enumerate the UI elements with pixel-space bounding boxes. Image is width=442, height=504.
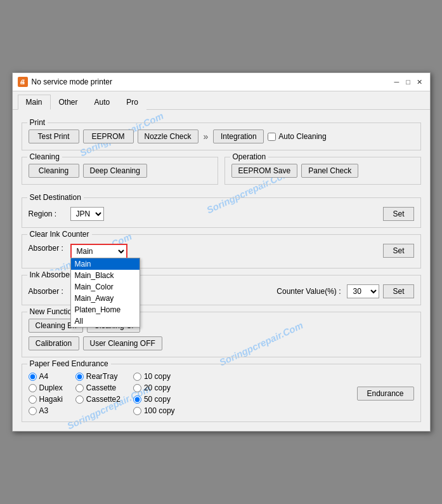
clear-ink-counter-label: Clear Ink Counter xyxy=(27,230,92,239)
eeprom-save-button[interactable]: EEPROM Save xyxy=(231,164,298,178)
region-label: Region : xyxy=(29,209,67,218)
ink-absorber-absorber-label: Absorber : xyxy=(29,287,67,296)
copy-20-radio[interactable] xyxy=(133,384,141,392)
dropdown-item-main-black[interactable]: Main_Black xyxy=(71,270,140,281)
copy-options-col: 10 copy 20 copy 50 copy 100 copy xyxy=(133,372,175,415)
paper-type-col: A4 Duplex Hagaki A3 xyxy=(29,372,63,415)
integration-button[interactable]: Integration xyxy=(213,129,264,143)
copy-20-label[interactable]: 20 copy xyxy=(133,383,175,392)
set-destination-button[interactable]: Set xyxy=(383,207,413,221)
absorber-dropdown-container: Main Main_Black Main_Color Main_Away Pla… xyxy=(70,244,127,259)
copy-50-label[interactable]: 50 copy xyxy=(133,395,175,404)
dropdown-item-main[interactable]: Main xyxy=(71,258,140,270)
feed-cassette2-radio[interactable] xyxy=(75,395,84,404)
tab-auto[interactable]: Auto xyxy=(86,95,119,110)
paper-a3-radio[interactable] xyxy=(29,407,37,415)
set-destination-label: Set Destination xyxy=(27,193,84,202)
paper-feed-label: Paper Feed Endurance xyxy=(27,359,111,368)
copy-50-radio[interactable] xyxy=(133,395,141,404)
feed-type-col: RearTray Cassette Cassette2 xyxy=(75,372,120,404)
paper-duplex-radio[interactable] xyxy=(29,384,37,392)
set-destination-group: Set Destination Region : JPN Set xyxy=(22,197,421,228)
feed-cassette-radio[interactable] xyxy=(75,384,84,392)
auto-cleaning-text: Auto Cleaning xyxy=(278,132,326,141)
print-group: Print Test Print EEPROM Nozzle Check » I… xyxy=(22,123,421,150)
arrows-divider: » xyxy=(202,131,210,142)
paper-a4-radio[interactable] xyxy=(29,373,37,381)
operation-group: Operation EEPROM Save Panel Check xyxy=(224,157,421,185)
cleaning-group: Cleaning Cleaning Deep Cleaning xyxy=(22,157,218,185)
endurance-button[interactable]: Endurance xyxy=(357,387,414,401)
counter-value-select[interactable]: 30 50 80 100 xyxy=(347,284,379,298)
feed-cassette2-label[interactable]: Cassette2 xyxy=(75,395,120,404)
absorber-label: Absorber : xyxy=(29,244,67,253)
dropdown-item-platen-home[interactable]: Platen_Home xyxy=(71,304,140,315)
region-select[interactable]: JPN xyxy=(70,207,104,221)
tab-pro[interactable]: Pro xyxy=(118,95,146,110)
eeprom-button[interactable]: EEPROM xyxy=(83,129,134,143)
calibration-button[interactable]: Calibration xyxy=(29,336,79,350)
dropdown-item-all[interactable]: All xyxy=(71,315,140,327)
feed-cassette-label[interactable]: Cassette xyxy=(75,383,120,392)
counter-value-label: Counter Value(%) : xyxy=(276,287,341,296)
paper-hagaki-label[interactable]: Hagaki xyxy=(29,395,63,404)
maximize-button[interactable]: □ xyxy=(403,77,413,87)
main-window: 🖨 No service mode printer ─ □ ✕ Main Oth… xyxy=(12,72,431,432)
panel-check-button[interactable]: Panel Check xyxy=(301,164,358,178)
tab-bar: Main Other Auto Pro xyxy=(13,91,430,110)
app-icon: 🖨 xyxy=(18,77,28,87)
minimize-button[interactable]: ─ xyxy=(392,77,402,87)
auto-cleaning-label[interactable]: Auto Cleaning xyxy=(268,132,326,141)
paper-a3-label[interactable]: A3 xyxy=(29,406,63,415)
copy-10-label[interactable]: 10 copy xyxy=(133,372,175,381)
paper-a4-label[interactable]: A4 xyxy=(29,372,63,381)
ink-absorber-set-button[interactable]: Set xyxy=(383,284,413,298)
copy-10-radio[interactable] xyxy=(133,373,141,381)
dropdown-item-main-away[interactable]: Main_Away xyxy=(71,293,140,304)
main-content: Soringpcrepair.Com Soringpcrepair.Com So… xyxy=(13,110,430,431)
test-print-button[interactable]: Test Print xyxy=(29,129,79,143)
user-cleaning-off-button[interactable]: User Cleaning OFF xyxy=(83,336,162,350)
tab-main[interactable]: Main xyxy=(18,95,51,110)
copy-100-label[interactable]: 100 copy xyxy=(133,406,175,415)
cleaning-button[interactable]: Cleaning xyxy=(29,164,79,178)
dropdown-item-main-color[interactable]: Main_Color xyxy=(71,281,140,293)
close-button[interactable]: ✕ xyxy=(415,77,425,87)
title-controls: ─ □ ✕ xyxy=(392,77,425,87)
title-bar: 🖨 No service mode printer ─ □ ✕ xyxy=(13,73,430,91)
operation-group-label: Operation xyxy=(230,152,269,161)
cleaning-operation-row: Cleaning Cleaning Deep Cleaning Operatio… xyxy=(22,157,421,191)
nozzle-check-button[interactable]: Nozzle Check xyxy=(138,129,198,143)
tab-other[interactable]: Other xyxy=(51,95,86,110)
title-bar-left: 🖨 No service mode printer xyxy=(18,77,112,87)
auto-cleaning-checkbox[interactable] xyxy=(268,133,276,141)
absorber-dropdown-popup: Main Main_Black Main_Color Main_Away Pla… xyxy=(70,258,140,328)
cleaning-group-label: Cleaning xyxy=(27,152,62,161)
clear-ink-counter-group: Clear Ink Counter Absorber : Main Main_B… xyxy=(22,234,421,269)
deep-cleaning-button[interactable]: Deep Cleaning xyxy=(83,164,147,178)
clear-ink-set-button[interactable]: Set xyxy=(383,244,413,258)
window-title: No service mode printer xyxy=(32,77,112,86)
absorber-select[interactable]: Main Main_Black Main_Color Main_Away Pla… xyxy=(70,244,127,259)
paper-feed-group: Paper Feed Endurance A4 Duplex Hagaki A3 xyxy=(22,364,421,422)
endurance-area: Endurance xyxy=(357,387,414,401)
print-group-label: Print xyxy=(27,118,48,127)
paper-duplex-label[interactable]: Duplex xyxy=(29,383,63,392)
feed-reartray-label[interactable]: RearTray xyxy=(75,372,120,381)
paper-hagaki-radio[interactable] xyxy=(29,395,37,404)
feed-reartray-radio[interactable] xyxy=(75,373,84,381)
copy-100-radio[interactable] xyxy=(133,407,141,415)
